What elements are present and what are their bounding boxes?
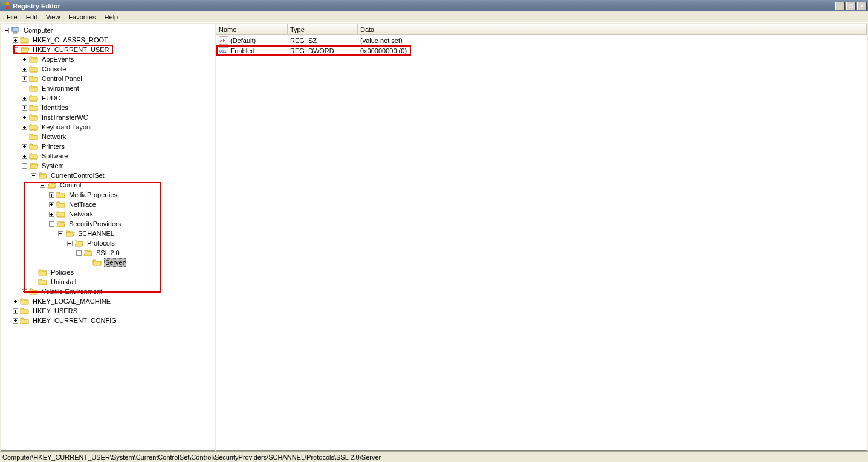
expand-icon[interactable] — [48, 191, 56, 199]
tree-ccs[interactable]: CurrentControlSet — [2, 171, 213, 180]
tree-protocols-label: Protocols — [86, 239, 116, 247]
tree-network2-label: Network — [68, 210, 94, 218]
expand-icon[interactable] — [11, 317, 19, 325]
expand-icon[interactable] — [21, 65, 28, 73]
tree-volatileenv[interactable]: Volatile Environment — [2, 287, 213, 296]
value-type: REG_SZ — [288, 37, 358, 44]
expand-icon[interactable] — [21, 56, 28, 63]
expand-icon[interactable] — [21, 123, 28, 131]
tree-server[interactable]: Server — [2, 258, 213, 267]
collapse-icon[interactable] — [75, 249, 83, 257]
collapse-icon[interactable] — [21, 162, 28, 170]
collapse-icon[interactable] — [66, 239, 74, 247]
tree-network2[interactable]: Network — [2, 209, 213, 219]
tree-hklm[interactable]: HKEY_LOCAL_MACHINE — [2, 296, 213, 306]
tree-nettrace[interactable]: NetTrace — [2, 200, 213, 209]
value-row-0[interactable]: (Default) REG_SZ (value not set) — [216, 35, 867, 45]
maximize-button[interactable]: □ — [846, 2, 856, 10]
tree-schannel[interactable]: SCHANNEL — [2, 229, 213, 238]
expand-icon[interactable] — [11, 298, 19, 305]
status-path: Computer\HKEY_CURRENT_USER\System\Curren… — [2, 454, 381, 461]
expand-icon[interactable] — [21, 152, 28, 160]
tree-hkcr[interactable]: HKEY_CLASSES_ROOT — [2, 35, 213, 45]
folder-icon — [29, 161, 39, 170]
tree-control[interactable]: Control — [2, 180, 213, 190]
expand-icon[interactable] — [48, 210, 56, 218]
tree-uninstall[interactable]: Uninstall — [2, 277, 213, 287]
tree-keyboardlayout[interactable]: Keyboard Layout — [2, 122, 213, 132]
collapse-icon[interactable] — [11, 46, 19, 54]
collapse-icon[interactable] — [30, 172, 37, 180]
expand-icon[interactable] — [21, 75, 28, 83]
tree-identities-label: Identities — [40, 104, 70, 111]
expand-icon[interactable] — [11, 36, 19, 44]
tree-identities[interactable]: Identities — [2, 103, 213, 112]
tree-policies[interactable]: Policies — [2, 267, 213, 277]
tree-printers[interactable]: Printers — [2, 142, 213, 151]
expand-spacer — [21, 85, 28, 93]
column-data[interactable]: Data — [358, 24, 867, 34]
collapse-icon[interactable] — [2, 27, 10, 34]
menu-file[interactable]: File — [2, 12, 22, 22]
tree-hku[interactable]: HKEY_USERS — [2, 306, 213, 316]
tree-insttransferwc[interactable]: InstTransferWC — [2, 112, 213, 122]
folder-icon — [20, 316, 30, 325]
value-data: (value not set) — [358, 37, 867, 44]
value-row-1[interactable]: Enabled REG_DWORD 0x00000000 (0) — [216, 45, 867, 56]
collapse-icon[interactable] — [39, 181, 47, 189]
folder-icon — [29, 65, 39, 73]
tree-appevents[interactable]: AppEvents — [2, 54, 213, 64]
folder-icon — [29, 94, 39, 102]
menu-favorites[interactable]: Favorites — [64, 12, 100, 22]
tree-uninstall-label: Uninstall — [50, 278, 77, 285]
menubar: File Edit View Favorites Help — [0, 11, 868, 22]
tree-pane[interactable]: ComputerHKEY_CLASSES_ROOTHKEY_CURRENT_US… — [1, 24, 215, 451]
string-value-icon — [219, 36, 228, 45]
tree-mediaproperties-label: MediaProperties — [68, 191, 118, 198]
tree-protocols[interactable]: Protocols — [2, 238, 213, 248]
tree-software[interactable]: Software — [2, 151, 213, 161]
tree-controlpanel[interactable]: Control Panel — [2, 74, 213, 83]
tree-hkcc[interactable]: HKEY_CURRENT_CONFIG — [2, 316, 213, 325]
minimize-button[interactable]: _ — [835, 2, 845, 10]
expand-icon[interactable] — [11, 307, 19, 315]
tree-hklm-label: HKEY_LOCAL_MACHINE — [31, 298, 112, 305]
expand-icon[interactable] — [21, 114, 28, 122]
tree-hkcu[interactable]: HKEY_CURRENT_USER — [2, 45, 213, 54]
expand-icon[interactable] — [21, 104, 28, 112]
tree-computer[interactable]: Computer — [2, 25, 213, 35]
app-icon — [2, 2, 10, 10]
column-type[interactable]: Type — [288, 24, 358, 34]
menu-view[interactable]: View — [42, 12, 65, 22]
folder-icon — [29, 55, 39, 63]
tree-environment[interactable]: Environment — [2, 83, 213, 93]
menu-help[interactable]: Help — [100, 12, 123, 22]
window-title: Registry Editor — [13, 2, 60, 10]
column-name[interactable]: Name — [216, 24, 288, 34]
tree-securityproviders[interactable]: SecurityProviders — [2, 219, 213, 229]
folder-icon — [38, 171, 48, 180]
folder-icon — [29, 84, 39, 93]
expand-icon[interactable] — [21, 94, 28, 102]
value-data: 0x00000000 (0) — [358, 47, 867, 54]
tree-eudc[interactable]: EUDC — [2, 93, 213, 103]
tree-mediaproperties[interactable]: MediaProperties — [2, 190, 213, 200]
collapse-icon[interactable] — [48, 220, 56, 228]
tree-computer-label: Computer — [22, 27, 54, 34]
expand-icon[interactable] — [21, 143, 28, 151]
tree-system[interactable]: System — [2, 161, 213, 171]
folder-icon — [29, 132, 39, 141]
tree-console[interactable]: Console — [2, 64, 213, 74]
collapse-icon[interactable] — [57, 230, 65, 238]
expand-icon[interactable] — [48, 201, 56, 209]
close-button[interactable]: × — [857, 2, 867, 10]
folder-icon — [29, 287, 39, 296]
expand-icon[interactable] — [21, 288, 28, 296]
tree-ssl20[interactable]: SSL 2.0 — [2, 248, 213, 258]
value-name: Enabled — [230, 47, 254, 54]
tree-network[interactable]: Network — [2, 132, 213, 142]
titlebar: Registry Editor _ □ × — [0, 0, 868, 11]
expand-spacer — [30, 268, 37, 276]
folder-icon — [56, 210, 66, 218]
menu-edit[interactable]: Edit — [22, 12, 42, 22]
